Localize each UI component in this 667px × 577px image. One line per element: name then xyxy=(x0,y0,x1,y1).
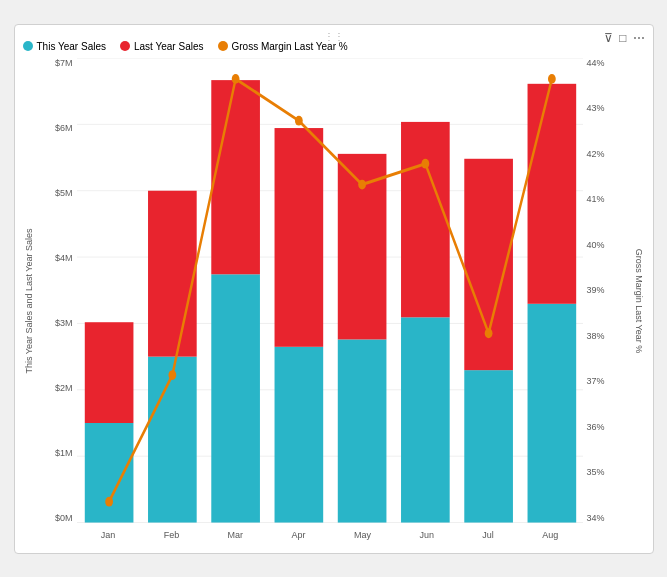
y-axis-right-label: Gross Margin Last Year % xyxy=(634,201,644,401)
chart-area: This Year Sales and Last Year Sales $7M$… xyxy=(23,58,645,545)
legend-label: Gross Margin Last Year % xyxy=(232,41,348,52)
svg-rect-10 xyxy=(148,356,197,522)
svg-rect-9 xyxy=(84,322,133,423)
svg-rect-14 xyxy=(274,346,323,522)
chart-card: ⋮⋮ ⊽ □ ⋯ This Year SalesLast Year SalesG… xyxy=(14,24,654,554)
bars-area xyxy=(77,58,583,525)
svg-rect-11 xyxy=(148,190,197,356)
chart-svg xyxy=(77,58,583,525)
y-tick-right: 34% xyxy=(587,513,605,523)
svg-rect-15 xyxy=(274,128,323,347)
more-icon[interactable]: ⋯ xyxy=(633,31,645,45)
svg-point-31 xyxy=(547,73,555,83)
y-tick-left: $2M xyxy=(55,383,73,393)
y-tick-left: $3M xyxy=(55,318,73,328)
expand-icon[interactable]: □ xyxy=(619,31,626,45)
x-tick: Apr xyxy=(292,530,306,540)
legend-label: Last Year Sales xyxy=(134,41,204,52)
y-tick-right: 40% xyxy=(587,240,605,250)
legend-item: Gross Margin Last Year % xyxy=(218,41,348,52)
svg-rect-8 xyxy=(84,422,133,522)
y-tick-left: $0M xyxy=(55,513,73,523)
filter-icon[interactable]: ⊽ xyxy=(604,31,613,45)
y-tick-right: 42% xyxy=(587,149,605,159)
drag-handle[interactable]: ⋮⋮ xyxy=(324,31,344,42)
y-axis-right: 44%43%42%41%40%39%38%37%36%35%34% xyxy=(583,58,633,545)
svg-rect-19 xyxy=(401,121,450,316)
svg-point-26 xyxy=(231,73,239,83)
y-tick-left: $7M xyxy=(55,58,73,68)
svg-point-30 xyxy=(484,328,492,338)
svg-rect-23 xyxy=(527,83,576,303)
legend-item: Last Year Sales xyxy=(120,41,204,52)
y-tick-right: 37% xyxy=(587,376,605,386)
legend-label: This Year Sales xyxy=(37,41,107,52)
legend-color xyxy=(218,41,228,51)
y-tick-right: 41% xyxy=(587,194,605,204)
y-tick-right: 39% xyxy=(587,285,605,295)
svg-rect-12 xyxy=(211,274,260,522)
y-tick-left: $6M xyxy=(55,123,73,133)
svg-rect-13 xyxy=(211,80,260,274)
y-tick-left: $5M xyxy=(55,188,73,198)
x-tick: Aug xyxy=(542,530,558,540)
svg-point-24 xyxy=(105,496,113,506)
y-tick-right: 43% xyxy=(587,103,605,113)
legend-item: This Year Sales xyxy=(23,41,107,52)
x-tick: Mar xyxy=(228,530,244,540)
svg-point-25 xyxy=(168,370,176,380)
svg-rect-22 xyxy=(527,303,576,522)
svg-point-27 xyxy=(294,115,302,125)
chart-middle: JanFebMarAprMayJunJulAug xyxy=(77,58,583,545)
svg-point-29 xyxy=(421,158,429,168)
y-tick-right: 38% xyxy=(587,331,605,341)
y-tick-right: 44% xyxy=(587,58,605,68)
svg-rect-20 xyxy=(464,370,513,522)
x-tick: Jul xyxy=(482,530,494,540)
y-tick-left: $1M xyxy=(55,448,73,458)
legend-color xyxy=(23,41,33,51)
y-tick-right: 35% xyxy=(587,467,605,477)
y-axis-left-label: This Year Sales and Last Year Sales xyxy=(24,201,34,401)
y-tick-left: $4M xyxy=(55,253,73,263)
x-tick: Feb xyxy=(164,530,180,540)
toolbar: ⊽ □ ⋯ xyxy=(604,31,644,45)
svg-rect-16 xyxy=(337,339,386,522)
svg-rect-18 xyxy=(401,317,450,522)
x-axis: JanFebMarAprMayJunJulAug xyxy=(77,525,583,545)
x-tick: Jan xyxy=(101,530,116,540)
y-axis-left: $7M$6M$5M$4M$3M$2M$1M$0M xyxy=(35,58,77,545)
svg-point-28 xyxy=(358,179,366,189)
x-tick: May xyxy=(354,530,371,540)
legend-color xyxy=(120,41,130,51)
legend: This Year SalesLast Year SalesGross Marg… xyxy=(23,41,645,52)
y-tick-right: 36% xyxy=(587,422,605,432)
x-tick: Jun xyxy=(419,530,434,540)
